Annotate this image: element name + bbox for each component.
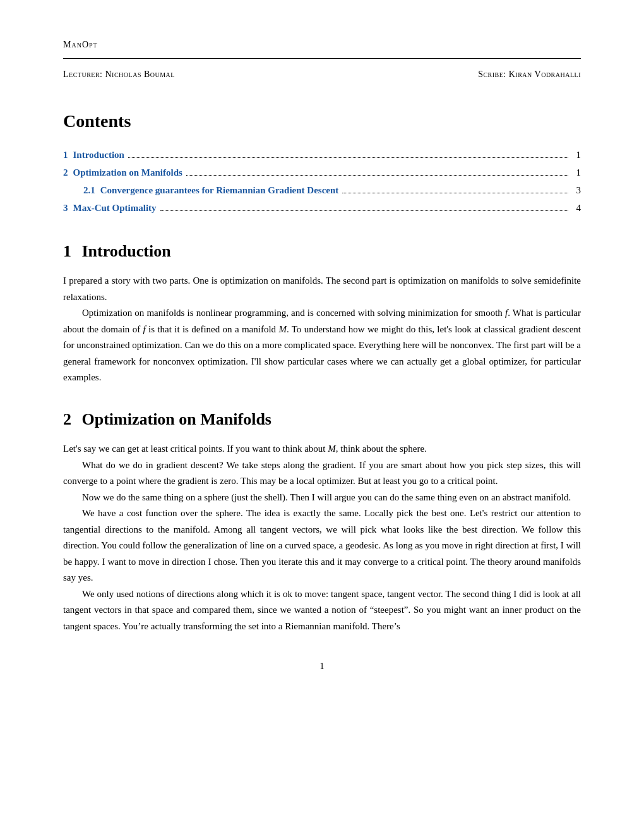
toc-subitem-2-1-link[interactable]: Convergence guarantees for Riemannian Gr… [100, 183, 339, 198]
toc-item-1-left: 1 Introduction [63, 147, 124, 162]
section1-para1: I prepared a story with two parts. One i… [63, 273, 581, 305]
toc-item-2: 2 Optimization on Manifolds 1 [63, 165, 581, 180]
toc-item-2-left: 2 Optimization on Manifolds [63, 165, 182, 180]
toc-item-2-number[interactable]: 2 [63, 165, 68, 180]
lecturer-label: Lecturer: [63, 70, 103, 79]
header-rule [63, 58, 581, 59]
toc-item-2-link[interactable]: Optimization on Manifolds [73, 165, 182, 180]
toc-item-3-number[interactable]: 3 [63, 200, 68, 215]
toc-item-1-number[interactable]: 1 [63, 147, 68, 162]
toc-item-2-right: 1 [182, 165, 581, 180]
lecturer-scribe-row: Lecturer: Nicholas Boumal Scribe: Kiran … [63, 68, 581, 82]
section2-para2: What do we do in gradient descent? We ta… [63, 457, 581, 490]
lecturer-info: Lecturer: Nicholas Boumal [63, 68, 175, 82]
toc-subitem-2-1-number[interactable]: 2.1 [83, 183, 95, 198]
section1-number: 1 [63, 242, 71, 260]
toc-subitem-2-1-right: 3 [338, 183, 581, 198]
toc-dots-3 [160, 210, 568, 211]
toc-item-3-right: 4 [157, 200, 581, 215]
scribe-info: Scribe: Kiran Vodrahalli [478, 68, 581, 82]
section2-para4: We have a cost function over the sphere.… [63, 505, 581, 586]
section2-para5: We only used notions of directions along… [63, 586, 581, 635]
toc-dots-2 [186, 175, 568, 176]
toc-item-1-right: 1 [124, 147, 581, 162]
toc-dots-2-1 [342, 193, 568, 193]
toc-page-2-1: 3 [572, 183, 581, 198]
page: ManOpt Lecturer: Nicholas Boumal Scribe:… [0, 0, 644, 834]
toc-item-3: 3 Max-Cut Optimality 4 [63, 200, 581, 215]
toc-item-1-link[interactable]: Introduction [73, 147, 124, 162]
section2-title: Optimization on Manifolds [82, 410, 271, 428]
table-of-contents: 1 Introduction 1 2 Optimization on Manif… [63, 147, 581, 215]
document-title: ManOpt [63, 38, 581, 52]
toc-item-3-left: 3 Max-Cut Optimality [63, 200, 157, 215]
section2-para3: Now we do the same thing on a sphere (ju… [63, 490, 581, 506]
section1-heading: 1 Introduction [63, 238, 581, 265]
scribe-label: Scribe: [478, 70, 506, 79]
toc-page-3: 4 [572, 200, 581, 215]
section1-title: Introduction [82, 242, 171, 260]
contents-heading: Contents [63, 107, 581, 136]
section2-heading: 2 Optimization on Manifolds [63, 406, 581, 433]
section1-para2: Optimization on manifolds is nonlinear p… [63, 305, 581, 386]
section2-number: 2 [63, 410, 71, 428]
toc-item-3-link[interactable]: Max-Cut Optimality [73, 200, 157, 215]
toc-page-1: 1 [572, 147, 581, 162]
toc-dots-1 [128, 157, 568, 158]
page-number: 1 [63, 660, 581, 674]
scribe-name: Kiran Vodrahalli [509, 70, 581, 79]
toc-page-2: 1 [572, 165, 581, 180]
toc-item-1: 1 Introduction 1 [63, 147, 581, 162]
toc-subitem-2-1-left: 2.1 Convergence guarantees for Riemannia… [83, 183, 338, 198]
toc-subitem-2-1: 2.1 Convergence guarantees for Riemannia… [83, 183, 581, 198]
lecturer-name: Nicholas Boumal [105, 70, 175, 79]
section2-para1: Let's say we can get at least critical p… [63, 441, 581, 457]
